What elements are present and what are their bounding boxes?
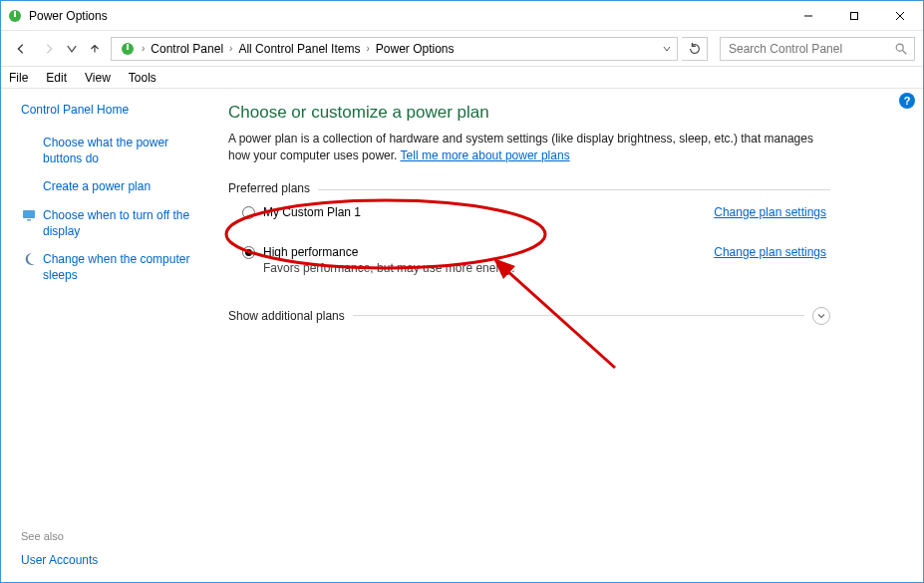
sidebar-item[interactable]: Change when the computer sleeps [21, 251, 204, 283]
preferred-plans-label: Preferred plans [228, 181, 903, 195]
breadcrumb-item[interactable]: Power Options [374, 40, 457, 58]
plan-radio[interactable] [242, 206, 255, 219]
breadcrumb-item[interactable]: All Control Panel Items [236, 40, 362, 58]
menu-bar: File Edit View Tools [1, 67, 923, 89]
blank-icon [21, 178, 37, 194]
address-icon [120, 41, 136, 57]
sidebar-item-label: Choose what the power buttons do [43, 135, 204, 166]
search-input[interactable] [727, 41, 894, 57]
close-button[interactable] [877, 1, 923, 31]
page-description: A power plan is a collection of hardware… [228, 131, 836, 165]
content-area: ? Control Panel Home Choose what the pow… [1, 89, 923, 582]
chevron-right-icon: › [138, 43, 149, 54]
blank-icon [21, 135, 37, 150]
main-pane: Choose or customize a power plan A power… [216, 89, 923, 582]
address-bar[interactable]: › Control Panel › All Control Panel Item… [111, 37, 678, 61]
side-pane: Control Panel Home Choose what the power… [1, 89, 216, 582]
see-also-item[interactable]: User Accounts [21, 552, 204, 568]
menu-edit[interactable]: Edit [46, 71, 67, 85]
power-plan-row: My Custom Plan 1 Change plan settings [228, 201, 826, 223]
svg-rect-11 [27, 219, 31, 221]
search-icon [894, 42, 908, 56]
chevron-right-icon: › [362, 43, 373, 54]
see-also-heading: See also [21, 530, 204, 542]
show-additional-plans[interactable]: Show additional plans [228, 307, 830, 325]
plan-name[interactable]: High performance [263, 245, 515, 259]
refresh-button[interactable] [682, 37, 708, 61]
chevron-right-icon: › [225, 43, 236, 54]
svg-point-8 [896, 44, 903, 51]
additional-plans-label: Show additional plans [228, 309, 345, 323]
change-plan-settings-link[interactable]: Change plan settings [714, 245, 826, 259]
svg-rect-3 [851, 12, 858, 19]
tell-me-more-link[interactable]: Tell me more about power plans [401, 148, 570, 162]
see-also-label: User Accounts [21, 552, 98, 568]
change-plan-settings-link[interactable]: Change plan settings [714, 205, 826, 219]
app-icon [7, 8, 23, 24]
nav-bar: › Control Panel › All Control Panel Item… [1, 31, 923, 67]
sidebar-item-label: Change when the computer sleeps [43, 251, 204, 283]
plan-radio[interactable] [242, 246, 255, 259]
menu-view[interactable]: View [85, 71, 111, 85]
svg-rect-1 [14, 11, 16, 17]
breadcrumb-item[interactable]: Control Panel [149, 40, 225, 58]
window-title: Power Options [29, 9, 108, 23]
recent-dropdown[interactable] [65, 37, 79, 61]
plan-name[interactable]: My Custom Plan 1 [263, 205, 361, 219]
control-panel-home-link[interactable]: Control Panel Home [21, 103, 204, 117]
sidebar-item-label: Create a power plan [43, 178, 151, 194]
power-plan-row: High performance Favors performance, but… [228, 241, 826, 279]
sidebar-item[interactable]: Choose when to turn off the display [21, 207, 204, 239]
sidebar-item[interactable]: Choose what the power buttons do [21, 135, 204, 166]
page-heading: Choose or customize a power plan [228, 103, 903, 123]
menu-tools[interactable]: Tools [129, 71, 156, 85]
maximize-button[interactable] [831, 1, 877, 31]
forward-button[interactable] [37, 37, 61, 61]
menu-file[interactable]: File [9, 71, 28, 85]
sleep-icon [21, 251, 37, 267]
sidebar-item-label: Choose when to turn off the display [43, 207, 204, 239]
svg-line-9 [903, 50, 907, 54]
address-dropdown-icon[interactable] [659, 44, 675, 54]
expand-icon[interactable] [812, 307, 830, 325]
svg-rect-10 [23, 210, 35, 218]
plan-description: Favors performance, but may use more ene… [263, 261, 515, 275]
up-button[interactable] [83, 37, 107, 61]
svg-rect-7 [127, 44, 129, 50]
minimize-button[interactable] [785, 1, 831, 31]
title-bar: Power Options [1, 1, 923, 31]
display-off-icon [21, 207, 37, 223]
divider [353, 315, 804, 316]
sidebar-item[interactable]: Create a power plan [21, 178, 204, 194]
back-button[interactable] [9, 37, 33, 61]
search-box[interactable] [720, 37, 915, 61]
